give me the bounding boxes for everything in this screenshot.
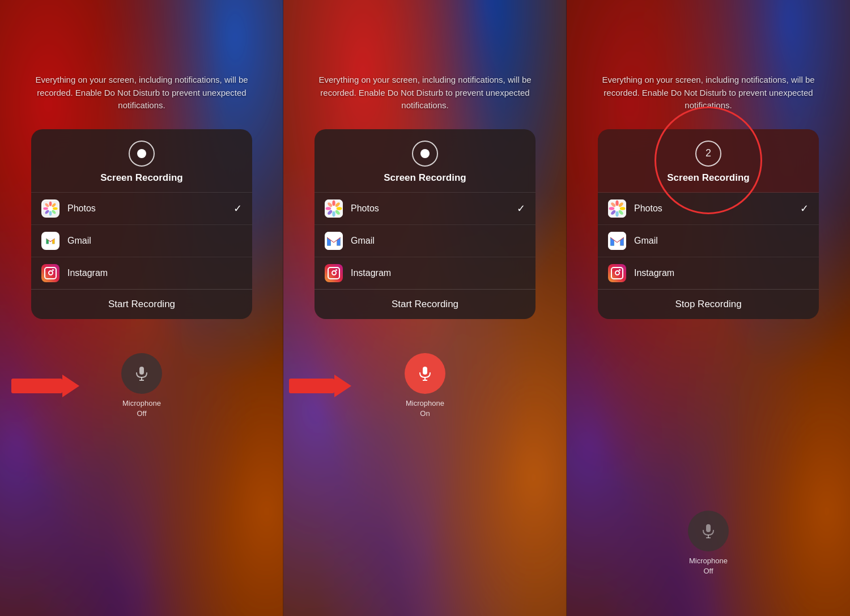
svg-rect-12 [139, 367, 144, 375]
mic-button-3[interactable] [688, 511, 729, 551]
arrow-body-1 [11, 379, 62, 393]
app-item-photos-1[interactable]: Photos ✓ [31, 193, 252, 225]
svg-point-22 [326, 207, 332, 210]
start-recording-btn-1[interactable]: Start Recording [40, 299, 243, 310]
notice-text-2: Everything on your screen, including not… [283, 0, 567, 112]
svg-rect-40 [706, 524, 711, 532]
app-item-instagram-1[interactable]: Instagram [31, 257, 252, 289]
mic-arrow-container-2: MicrophoneOn [283, 353, 567, 419]
record-icon-number: 2 [706, 147, 711, 159]
photos-icon-1 [41, 199, 60, 218]
card-title-2: Screen Recording [384, 172, 466, 184]
panel-3: Everything on your screen, including not… [567, 0, 850, 616]
insta-circle-1 [48, 270, 53, 275]
mic-button-2[interactable] [405, 353, 445, 394]
svg-point-34 [615, 211, 618, 216]
record-icon-3: 2 [695, 141, 721, 167]
svg-point-16 [332, 200, 335, 206]
app-name-gmail-2: Gmail [351, 236, 525, 246]
app-item-gmail-3[interactable]: Gmail [598, 225, 819, 257]
app-list-2: Photos ✓ Gmail [314, 193, 536, 289]
svg-point-24 [332, 206, 337, 211]
mic-button-1[interactable] [121, 353, 162, 394]
insta-shape-1 [44, 267, 57, 279]
svg-point-3 [53, 207, 57, 210]
svg-point-1 [49, 201, 52, 206]
card-footer-3[interactable]: Stop Recording [598, 289, 819, 319]
insta-dot-3 [619, 269, 620, 271]
mic-icon-3 [700, 523, 716, 539]
svg-point-5 [49, 211, 52, 215]
svg-point-36 [609, 207, 615, 210]
app-name-gmail-3: Gmail [634, 236, 809, 246]
insta-shape-2 [328, 267, 340, 279]
divider-1 [283, 0, 283, 616]
checkmark-photos-3: ✓ [800, 202, 809, 215]
record-icon-2 [412, 141, 438, 167]
divider-2 [566, 0, 567, 616]
panel-2: Everything on your screen, including not… [283, 0, 567, 616]
card-title-1: Screen Recording [100, 172, 183, 184]
record-icon-inner-2 [420, 149, 430, 158]
insta-dot-2 [335, 269, 337, 271]
card-header-1: Screen Recording [31, 129, 252, 193]
notice-text-1: Everything on your screen, including not… [0, 0, 283, 112]
gmail-icon-3 [608, 232, 626, 250]
panel-1-content: Everything on your screen, including not… [0, 0, 283, 616]
card-footer-2[interactable]: Start Recording [314, 289, 536, 319]
stop-recording-btn[interactable]: Stop Recording [607, 299, 810, 310]
arrow-body-2 [289, 379, 334, 393]
arrow-head-2 [334, 375, 351, 397]
insta-circle-2 [332, 270, 337, 275]
app-list-3: Photos ✓ Gmai [598, 193, 819, 289]
checkmark-photos-1: ✓ [233, 202, 242, 215]
recording-card-1: Screen Recording [31, 129, 252, 319]
photos-icon-3 [608, 199, 626, 218]
instagram-icon-2 [325, 264, 343, 282]
card-footer-1[interactable]: Start Recording [31, 289, 252, 319]
record-icon-1 [129, 141, 155, 167]
panel-1: Everything on your screen, including not… [0, 0, 283, 616]
mic-label-2: MicrophoneOn [406, 398, 444, 419]
app-item-gmail-2[interactable]: Gmail [314, 225, 536, 257]
app-name-photos-3: Photos [634, 203, 800, 214]
svg-point-9 [48, 206, 52, 210]
mic-section-2: MicrophoneOn [405, 353, 445, 419]
svg-rect-26 [423, 367, 427, 375]
notice-text-3: Everything on your screen, including not… [567, 0, 850, 112]
recording-card-3: 2 Screen Recording [598, 129, 819, 319]
app-item-instagram-3[interactable]: Instagram [598, 257, 819, 289]
app-item-photos-2[interactable]: Photos ✓ [314, 193, 536, 225]
svg-point-20 [332, 211, 335, 216]
mic-arrow-container-1: MicrophoneOff [0, 353, 283, 419]
photos-icon-2 [325, 199, 343, 218]
start-recording-btn-2[interactable]: Start Recording [324, 299, 526, 310]
insta-dot-1 [52, 269, 54, 271]
app-item-photos-3[interactable]: Photos ✓ [598, 193, 819, 225]
svg-point-7 [43, 207, 48, 210]
svg-point-32 [620, 207, 626, 210]
mic-label-3: MicrophoneOff [689, 556, 728, 576]
card-wrapper-3: 2 Screen Recording [598, 129, 819, 319]
instagram-icon-3 [608, 264, 626, 282]
insta-shape-3 [611, 267, 623, 279]
red-arrow-2 [289, 375, 351, 397]
insta-circle-3 [615, 270, 620, 275]
app-item-gmail-1[interactable]: Gmail [31, 225, 252, 257]
app-name-photos-2: Photos [351, 203, 517, 214]
recording-card-2: Screen Recording [314, 129, 536, 319]
panel-2-content: Everything on your screen, including not… [283, 0, 567, 616]
app-item-instagram-2[interactable]: Instagram [314, 257, 536, 289]
mic-section-3: MicrophoneOff [688, 511, 729, 576]
app-name-instagram-3: Instagram [634, 268, 809, 278]
app-name-photos-1: Photos [67, 203, 233, 214]
card-title-3: Screen Recording [667, 172, 750, 184]
mic-icon-1 [134, 366, 150, 381]
record-icon-inner-1 [137, 149, 146, 158]
arrow-head-1 [62, 375, 79, 397]
card-header-2: Screen Recording [314, 129, 536, 193]
mic-section-1: MicrophoneOff [121, 353, 162, 419]
app-list-1: Photos ✓ [31, 193, 252, 289]
svg-point-38 [615, 206, 620, 211]
app-name-instagram-2: Instagram [351, 268, 525, 278]
